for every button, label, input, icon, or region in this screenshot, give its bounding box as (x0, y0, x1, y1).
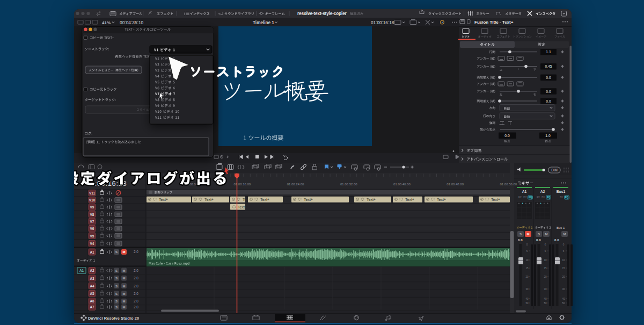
svg-text:DIM: DIM (551, 168, 558, 172)
svg-text:5: 5 (563, 250, 565, 252)
svg-text:S: S (115, 306, 118, 309)
svg-text:10: 10 (562, 259, 565, 262)
svg-text:M: M (123, 292, 126, 295)
svg-text:A2: A2 (90, 269, 94, 272)
svg-text:0.0: 0.0 (536, 238, 541, 242)
svg-text:0.0: 0.0 (546, 99, 551, 103)
svg-text:Bus1: Bus1 (557, 190, 566, 193)
svg-text:M: M (545, 233, 548, 236)
svg-text:10: 10 (544, 259, 547, 262)
svg-text:20: 20 (544, 276, 547, 278)
svg-text:0.0: 0.0 (504, 134, 510, 138)
svg-text:M: M (123, 300, 126, 303)
svg-text:01:00:24:00: 01:00:24:00 (287, 183, 304, 186)
svg-text:41%: 41% (102, 20, 111, 25)
svg-text:S: S (115, 285, 118, 288)
svg-text:0.0: 0.0 (518, 238, 523, 242)
svg-text:Text+: Text+ (367, 198, 376, 201)
svg-text:FX: FX (518, 196, 522, 199)
svg-text:01:00:48:00: 01:00:48:00 (447, 183, 464, 186)
svg-text:20: 20 (525, 276, 529, 278)
svg-text:DY: DY (523, 196, 526, 199)
svg-text:S: S (115, 300, 118, 303)
svg-text:2.0: 2.0 (134, 269, 138, 272)
svg-text:S: S (519, 233, 522, 236)
svg-text:EQ: EQ (565, 196, 569, 199)
svg-text:2.0: 2.0 (134, 250, 138, 254)
svg-text:0: 0 (526, 243, 528, 246)
svg-text:15: 15 (525, 267, 529, 270)
svg-text:15: 15 (562, 267, 565, 270)
svg-text:A4: A4 (90, 284, 94, 288)
svg-text:50: 50 (525, 302, 529, 305)
svg-text:M: M (123, 269, 126, 272)
svg-text:5: 5 (526, 250, 528, 252)
svg-text:Text+: Text+ (491, 198, 500, 201)
svg-text:2.0: 2.0 (134, 292, 138, 295)
svg-text:Text+: Text+ (238, 205, 247, 209)
svg-text:EQ: EQ (529, 196, 532, 199)
svg-text:Text+: Text+ (260, 198, 269, 201)
svg-text:V11: V11 (89, 191, 95, 195)
svg-text:Timeline 1: Timeline 1 (253, 20, 274, 25)
svg-text:A2: A2 (540, 190, 545, 193)
svg-text:A5: A5 (90, 292, 94, 295)
svg-text:50: 50 (562, 302, 565, 305)
svg-text:A1: A1 (522, 190, 527, 193)
svg-text:30: 30 (525, 288, 529, 291)
svg-text:A1: A1 (90, 250, 94, 254)
svg-text:V9: V9 (90, 205, 94, 209)
svg-text:M: M (123, 277, 126, 280)
svg-text:Text+: Text+ (204, 198, 214, 201)
svg-text:V8: V8 (90, 213, 94, 216)
svg-text:00:04:35:10: 00:04:35:10 (120, 20, 144, 25)
svg-text:M: M (123, 306, 126, 309)
svg-text:2.0: 2.0 (134, 305, 138, 309)
svg-text:01:00:56:00: 01:00:56:00 (500, 183, 517, 186)
svg-text:DY: DY (541, 196, 545, 199)
svg-text:20: 20 (562, 276, 565, 278)
svg-text:Text+: Text+ (159, 198, 168, 201)
svg-text:V7: V7 (90, 220, 94, 223)
svg-text:S: S (115, 277, 118, 280)
svg-text:Text+: Text+ (405, 198, 414, 201)
svg-text:2.0: 2.0 (134, 299, 138, 303)
svg-text:01:00:16:00: 01:00:16:00 (234, 183, 251, 186)
svg-text:30: 30 (562, 288, 565, 291)
svg-text:0.45: 0.45 (545, 64, 552, 68)
svg-text:M: M (123, 285, 126, 288)
svg-text:S: S (538, 233, 540, 236)
svg-text:Bus 1: Bus 1 (557, 226, 565, 229)
svg-text:01:00:32:00: 01:00:32:00 (340, 183, 357, 186)
svg-text:15: 15 (544, 267, 547, 270)
svg-text:V4: V4 (90, 242, 94, 245)
svg-text:S: S (115, 269, 118, 272)
svg-text:A3: A3 (90, 277, 94, 280)
svg-text:Text+: Text+ (437, 198, 446, 201)
svg-text:S: S (115, 292, 118, 295)
svg-text:Fusion Title - Text+: Fusion Title - Text+ (474, 20, 514, 25)
svg-text:DY: DY (560, 196, 563, 199)
svg-text:V5: V5 (90, 234, 94, 238)
svg-text:M: M (123, 250, 126, 254)
svg-text:10: 10 (525, 259, 529, 262)
svg-text:0.0: 0.0 (554, 238, 559, 242)
svg-text:5: 5 (545, 250, 546, 252)
svg-text:1.1: 1.1 (546, 50, 551, 54)
svg-text:0: 0 (545, 243, 546, 246)
svg-text:50: 50 (544, 302, 547, 305)
svg-text:FX: FX (537, 196, 540, 199)
svg-text:0.0: 0.0 (546, 90, 551, 93)
svg-text:2.0: 2.0 (134, 276, 138, 280)
svg-text:01:00:40:00: 01:00:40:00 (393, 183, 411, 186)
svg-text:resolve-text-style-copier: resolve-text-style-copier (297, 11, 347, 16)
svg-text:S: S (115, 250, 118, 254)
svg-text:V10: V10 (89, 198, 96, 202)
svg-text:30: 30 (544, 288, 547, 291)
svg-text:1.0: 1.0 (545, 134, 551, 138)
svg-text:A1: A1 (79, 269, 84, 272)
svg-text:EQ: EQ (547, 196, 551, 199)
svg-text:V6: V6 (90, 227, 94, 230)
svg-text:0.0: 0.0 (546, 76, 551, 80)
svg-text:A7: A7 (90, 305, 94, 309)
